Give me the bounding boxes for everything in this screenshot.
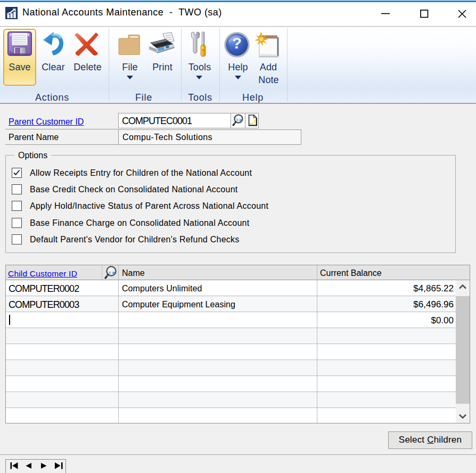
svg-text:?: ? bbox=[232, 34, 242, 52]
